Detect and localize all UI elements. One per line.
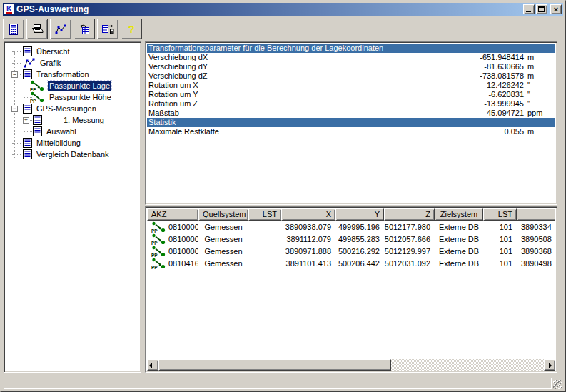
tree-item-1-messung[interactable]: +1. Messung (6, 114, 139, 126)
passpoint-icon: PP (151, 221, 166, 233)
cell-zielsystem: Externe DB (435, 233, 483, 245)
column-header-x-3[interactable]: X (281, 208, 335, 221)
help-button[interactable]: ? (121, 19, 142, 39)
cell-value: 3890938.079 (285, 223, 331, 231)
app-window: K GPS-Auswertung × ? ÜbersichtGrafik−Tra… (0, 0, 566, 392)
param-label: Rotation um Z (147, 99, 198, 109)
column-header-lst-7[interactable]: LST (483, 208, 517, 221)
tree-item-label: 1. Messung (62, 115, 106, 125)
cell-value: 3890368 (521, 247, 552, 256)
tree-item-transformation[interactable]: −Transformation (6, 69, 139, 80)
param-unit: " (524, 90, 555, 99)
param-row-verschiebung-dx: Verschiebung dX-651.948414m (147, 53, 555, 62)
graphic-button[interactable] (50, 19, 71, 39)
collapse-icon[interactable]: − (11, 71, 18, 78)
table-row[interactable]: PP08104168Gemessen3891101.413500206.4425… (147, 257, 555, 269)
param-label: Rotation um Y (147, 90, 198, 99)
table-row[interactable]: PP08100008Gemessen3890971.888500216.2925… (147, 245, 555, 257)
resize-grip-icon[interactable] (553, 380, 562, 389)
help-icon: ? (128, 23, 134, 35)
tree-item-grafik[interactable]: Grafik (6, 57, 139, 69)
tree-item-mittelbildung[interactable]: Mittelbildung (6, 137, 139, 149)
document-icon (23, 69, 32, 79)
cell-value: 101 (500, 235, 512, 243)
navigation-tree-panel: ÜbersichtGrafik−TransformationPPPasspunk… (4, 41, 141, 373)
param-label: Verschiebung dZ (147, 71, 208, 81)
param-value: 45.094721 (487, 109, 524, 118)
cell-value: 08100001 (168, 223, 198, 231)
passpoint-icon: PP (30, 91, 45, 103)
tree-item-passpunkte-hohe[interactable]: PPPasspunkte Höhe (6, 91, 139, 103)
column-header-blank[interactable] (517, 208, 555, 221)
tree-item-label: Übersicht (35, 46, 71, 56)
tree-item-vergleich-datenbank[interactable]: Vergleich Datenbank (6, 149, 139, 160)
table-header-row: AKZQuellsystemLSTXYZZielsystemLST (147, 208, 555, 221)
print-button[interactable] (26, 19, 48, 39)
param-row-maximale-restklaffe: Maximale Restklaffe0.055m (147, 127, 555, 136)
tree-item-ubersicht[interactable]: Übersicht (6, 46, 139, 57)
table-arrow-icon (78, 23, 91, 36)
cell-lst (248, 221, 281, 233)
cell-z: 5012057.666 (384, 233, 435, 245)
table-row[interactable]: PP08100001Gemessen3890938.079499995.1965… (147, 221, 555, 233)
svg-text:PP: PP (151, 252, 158, 257)
cell-quellsystem: Gemessen (198, 221, 248, 233)
collapse-icon[interactable]: − (11, 106, 18, 112)
document-icon (33, 115, 42, 125)
tree-item-auswahl[interactable]: Auswahl (6, 126, 139, 137)
scrollbar-thumb[interactable] (158, 359, 391, 371)
tree-item-label: Passpunkte Lage (48, 81, 111, 91)
transformation-params-list: Transformationsparameter für die Berechn… (147, 44, 555, 203)
horizontal-scrollbar[interactable] (147, 359, 555, 371)
points-table-panel: AKZQuellsystemLSTXYZZielsystemLST PP0810… (145, 206, 557, 373)
cell-lst (248, 233, 281, 245)
column-header-quellsystem-1[interactable]: Quellsystem (198, 208, 248, 221)
cell-y: 500206.442 (335, 257, 384, 269)
cell-value: Externe DB (439, 235, 479, 243)
param-value: 0.055 (504, 127, 524, 136)
scroll-left-button[interactable] (147, 359, 158, 371)
minimize-button[interactable] (523, 4, 535, 14)
param-unit: " (524, 99, 555, 109)
maximize-button[interactable] (536, 4, 547, 14)
cell-zielsystem: Externe DB (435, 245, 483, 257)
cell-value: Gemessen (204, 223, 242, 231)
cell-akz: PP08100008 (147, 245, 198, 257)
calculate-button[interactable] (3, 19, 24, 39)
cell-z: 5012177.980 (384, 221, 435, 233)
cell-value: 101 (500, 223, 512, 231)
column-header-zielsystem-6[interactable]: Zielsystem (435, 208, 483, 221)
table-row[interactable]: PP08100003Gemessen3891112.079499855.2835… (147, 233, 555, 245)
export-button[interactable] (97, 19, 118, 39)
tree-item-passpunkte-lage[interactable]: PPPasspunkte Lage (6, 80, 139, 91)
tree-item-label: Auswahl (45, 126, 78, 136)
tree-item-gps-messungen[interactable]: −GPS-Messungen (6, 103, 139, 114)
cell-value: Externe DB (439, 247, 479, 256)
toolbar: ? (3, 19, 142, 41)
document-icon (23, 104, 32, 114)
cell-value: Gemessen (204, 247, 242, 256)
close-button[interactable]: × (550, 4, 562, 14)
document-icon (23, 138, 32, 148)
scroll-right-button[interactable] (544, 359, 555, 371)
cell-x: 3891112.079 (281, 233, 335, 245)
cell-y: 500216.292 (335, 245, 384, 257)
transformation-params-panel: Transformationsparameter für die Berechn… (145, 41, 557, 205)
column-header-y-4[interactable]: Y (335, 208, 384, 221)
cell-lst (248, 245, 281, 257)
param-row-massstab: Maßstab45.094721ppm (147, 109, 555, 118)
title-bar[interactable]: K GPS-Auswertung × (3, 3, 563, 16)
column-header-lst-2[interactable]: LST (248, 208, 281, 221)
cell-quellsystem: Gemessen (198, 257, 248, 269)
param-row-rotation-um-y: Rotation um Y-6.620831" (147, 90, 555, 99)
column-header-akz-0[interactable]: AKZ (147, 208, 198, 221)
passpoint-icon: PP (151, 258, 166, 269)
app-icon[interactable]: K (4, 4, 14, 14)
cell-lst: 101 (483, 233, 517, 245)
svg-text:PP: PP (151, 264, 158, 269)
column-header-z-5[interactable]: Z (384, 208, 435, 221)
report-button[interactable] (74, 19, 95, 39)
expand-icon[interactable]: + (23, 117, 29, 124)
param-value: -6.620831 (488, 90, 524, 99)
cell-y: 499855.283 (335, 233, 384, 245)
